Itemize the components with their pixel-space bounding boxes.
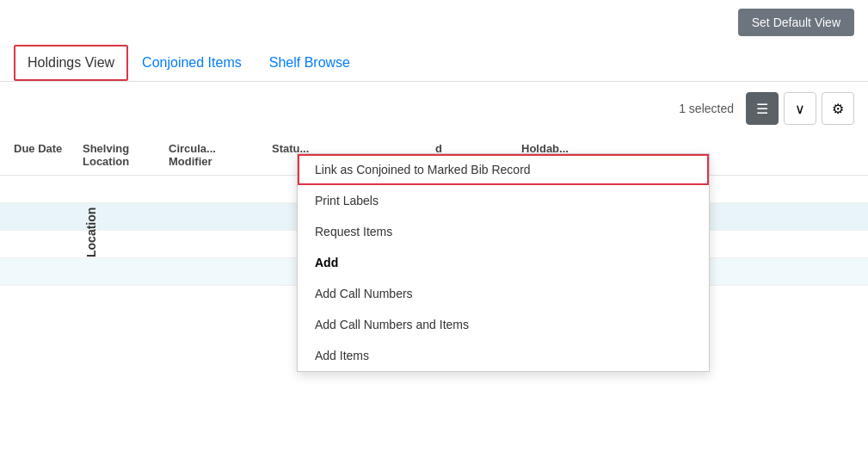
tab-conjoined-items[interactable]: Conjoined Items [128, 45, 255, 81]
tab-shelf-browse[interactable]: Shelf Browse [255, 45, 364, 81]
set-default-button[interactable]: Set Default View [738, 9, 854, 36]
tabs-container: Holdings View Conjoined Items Shelf Brow… [0, 45, 868, 82]
col-header-circula-modifier: Circula...Modifier [169, 142, 272, 168]
col-header-shelving-location: ShelvingLocation [83, 142, 169, 168]
chevron-down-icon: ∨ [795, 101, 805, 117]
location-label: Location [84, 203, 98, 262]
dropdown-menu: Link as Conjoined to Marked Bib Record P… [297, 153, 710, 372]
dropdown-item-add-call-numbers-items[interactable]: Add Call Numbers and Items [298, 309, 709, 340]
filter-icon-button[interactable]: ☰ [746, 92, 779, 125]
tab-holdings-view[interactable]: Holdings View [14, 45, 128, 81]
top-bar: Set Default View [0, 0, 868, 45]
dropdown-item-link-conjoined[interactable]: Link as Conjoined to Marked Bib Record [298, 154, 709, 185]
col-header-due-date: Due Date [14, 142, 83, 168]
dropdown-item-print-labels[interactable]: Print Labels [298, 185, 709, 216]
chevron-down-icon-button[interactable]: ∨ [784, 92, 816, 125]
gear-icon: ⚙ [832, 101, 844, 117]
gear-icon-button[interactable]: ⚙ [822, 92, 854, 125]
dropdown-item-add-call-numbers[interactable]: Add Call Numbers [298, 278, 709, 309]
selected-count-label: 1 selected [679, 102, 734, 115]
toolbar-row: 1 selected ☰ ∨ ⚙ [0, 82, 868, 135]
dropdown-item-request-items[interactable]: Request Items [298, 216, 709, 247]
dropdown-section-add: Add [298, 247, 709, 278]
dropdown-item-add-items[interactable]: Add Items [298, 340, 709, 371]
filter-icon: ☰ [756, 101, 768, 117]
